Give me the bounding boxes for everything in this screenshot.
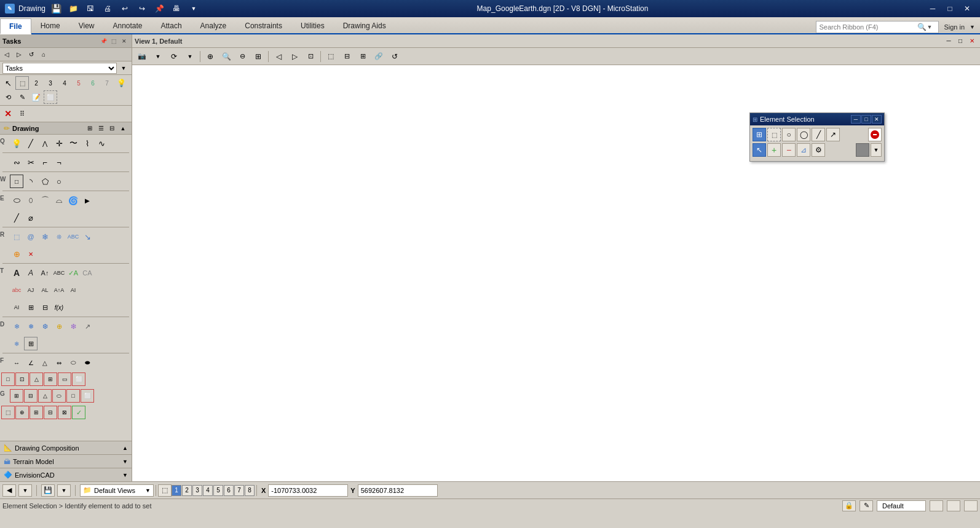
tool-fslash[interactable]: ⌀ xyxy=(24,211,38,224)
tool-arc-left[interactable]: ◝ xyxy=(24,175,38,188)
view-tool-pan-left[interactable]: ◁ xyxy=(271,50,286,63)
tool-text-a3[interactable]: A↑ xyxy=(38,266,52,280)
tool-snowflake2[interactable]: ❊ xyxy=(52,230,66,243)
view-minimize-btn[interactable]: ─ xyxy=(943,36,954,46)
lock-icon-btn[interactable]: 🔒 xyxy=(842,500,856,511)
view-num-5[interactable]: 5 xyxy=(213,485,223,496)
qat-redo[interactable]: ↪ xyxy=(135,2,149,15)
panel-tool-select-line[interactable]: ╱ xyxy=(812,128,825,141)
view-pane-btn[interactable]: ⬚ xyxy=(158,484,172,497)
tool-zigzag[interactable]: ⌇ xyxy=(81,136,94,150)
tool-g11[interactable]: ⊠ xyxy=(58,406,71,419)
terrain-model-item[interactable]: 🏔 Terrain Model ▼ xyxy=(0,454,132,468)
tool-text-small-abc[interactable]: abc xyxy=(10,283,23,297)
tasks-float-button[interactable]: ⬚ xyxy=(109,36,119,46)
tool-slash[interactable]: ╱ xyxy=(10,211,23,224)
panel-tool-move[interactable]: ↖ xyxy=(753,143,766,157)
tool-x-red[interactable]: ✕ xyxy=(1,107,15,120)
tool-red-horiz[interactable]: ⊞ xyxy=(44,372,57,386)
tool-lightbulb[interactable]: 💡 xyxy=(10,136,23,150)
tool-dim-line[interactable]: ↔ xyxy=(10,356,23,369)
view-num-1[interactable]: 1 xyxy=(172,485,181,496)
panel-tool-settings[interactable]: ⚙ xyxy=(812,143,825,157)
tool-text-al[interactable]: AL xyxy=(38,283,52,297)
tab-analyze[interactable]: Analyze xyxy=(191,17,236,33)
tool-text-abc[interactable]: ABC xyxy=(52,266,66,280)
tool-ellipse[interactable]: ⬭ xyxy=(10,194,23,207)
view-tool-zoom-in[interactable]: 🔍 xyxy=(219,50,234,63)
panel-restore-btn[interactable]: □ xyxy=(861,115,871,124)
view-tool-rotate[interactable]: ⟳ xyxy=(167,50,181,63)
tool-dim-oval[interactable]: ⬭ xyxy=(66,356,80,369)
tasks-refresh-button[interactable]: ↺ xyxy=(26,49,37,60)
tool-dim-angle[interactable]: ∠ xyxy=(24,356,38,369)
tool-text-ai[interactable]: AI xyxy=(66,283,80,297)
drawing-list-btn[interactable]: ☰ xyxy=(96,124,106,133)
tab-view[interactable]: View xyxy=(69,17,104,33)
panel-tool-filter[interactable]: ⊿ xyxy=(797,143,810,157)
view-tool-dropdown2[interactable]: ▼ xyxy=(183,50,197,63)
view-tool-split-v[interactable]: ⊞ xyxy=(355,50,370,63)
tool-marker[interactable]: 📝 xyxy=(30,90,43,104)
tool-4[interactable]: 4 xyxy=(58,76,71,90)
view-tool-split-h[interactable]: ⊟ xyxy=(339,50,354,63)
tool-box-select[interactable]: ⬜ xyxy=(44,90,57,104)
tool-arrow[interactable]: ⟲ xyxy=(1,90,15,104)
status-forward-btn[interactable]: ▼ xyxy=(18,484,32,497)
tasks-home-button[interactable]: ⌂ xyxy=(38,49,49,60)
default-views-arrow[interactable]: ▼ xyxy=(145,487,151,494)
status-save-dropdown[interactable]: ▼ xyxy=(57,484,71,497)
tool-dim3[interactable]: ❆ xyxy=(38,320,52,333)
tasks-forward-button[interactable]: ▷ xyxy=(14,49,25,60)
tool-text-a1[interactable]: A xyxy=(10,266,23,280)
tool-dim-horiz[interactable]: ⇔ xyxy=(52,356,66,369)
tool-dim1[interactable]: ❄ xyxy=(10,320,23,333)
drawing-expand-btn[interactable]: ▲ xyxy=(118,124,128,133)
envision-cad-item[interactable]: 🔷 EnvisionCAD ▼ xyxy=(0,468,132,481)
view-tool-refresh[interactable]: ↺ xyxy=(387,50,402,63)
restore-button[interactable]: □ xyxy=(942,2,958,15)
tool-tilde[interactable]: ∾ xyxy=(10,156,23,169)
tool-lines-up[interactable]: ⋀ xyxy=(38,136,52,150)
tool-text-grid[interactable]: ⊟ xyxy=(38,301,52,314)
tool-select[interactable]: ↖ xyxy=(1,76,15,90)
view-tool-copy-view[interactable]: ⬚ xyxy=(323,50,338,63)
tool-line[interactable]: ╱ xyxy=(24,136,38,150)
view-tool-pan-right[interactable]: ▷ xyxy=(287,50,302,63)
qat-pin[interactable]: 📌 xyxy=(152,2,166,15)
tool-red-rect1[interactable]: □ xyxy=(1,372,15,386)
sign-in-link[interactable]: Sign in xyxy=(944,23,965,31)
panel-minimize-btn[interactable]: ─ xyxy=(851,115,861,124)
qat-floppy[interactable]: 🖫 xyxy=(84,2,97,15)
tool-cross[interactable]: ✛ xyxy=(52,136,66,150)
tasks-close-button[interactable]: ✕ xyxy=(119,36,129,46)
tool-g12-checkmark[interactable]: ✓ xyxy=(72,406,85,419)
minimize-button[interactable]: ─ xyxy=(925,2,941,15)
view-tool-dropdown1[interactable]: ▼ xyxy=(151,50,165,63)
tool-dot-connect[interactable]: ⠿ xyxy=(15,107,29,120)
qat-save[interactable]: 💾 xyxy=(49,2,63,15)
tool-scissors[interactable]: ✂ xyxy=(24,156,38,169)
default-views-dropdown[interactable]: 📁 Default Views ▼ xyxy=(80,484,154,497)
tool-text-check[interactable]: ✓A xyxy=(66,266,80,280)
qat-more[interactable]: ▼ xyxy=(187,2,200,15)
status-back-btn[interactable]: ◀ xyxy=(2,484,16,497)
search-icon[interactable]: 🔍 xyxy=(917,23,927,31)
panel-tool-select-arrow[interactable]: ↗ xyxy=(826,128,840,141)
tool-orange-magic[interactable]: ⊕ xyxy=(10,247,23,261)
pencil-icon-btn[interactable]: ✎ xyxy=(859,500,873,511)
tool-blue-at[interactable]: @ xyxy=(24,230,38,243)
tool-g10[interactable]: ⊟ xyxy=(44,406,57,419)
view-tool-fit[interactable]: ⊡ xyxy=(303,50,318,63)
tool-red-rect4[interactable]: ⬜ xyxy=(72,372,85,386)
panel-close-btn[interactable]: ✕ xyxy=(872,115,882,124)
qat-print[interactable]: 🖨 xyxy=(101,2,114,15)
tool-g2[interactable]: ⊟ xyxy=(24,389,38,403)
tool-pentagon[interactable]: ⬠ xyxy=(38,175,52,188)
tab-utilities[interactable]: Utilities xyxy=(291,17,334,33)
qat-open[interactable]: 📁 xyxy=(66,2,80,15)
view-tool-link[interactable]: 🔗 xyxy=(371,50,386,63)
tool-text-aj[interactable]: AJ xyxy=(24,283,38,297)
view-tool-camera[interactable]: 📷 xyxy=(135,50,149,63)
panel-tool-red[interactable] xyxy=(868,128,882,141)
